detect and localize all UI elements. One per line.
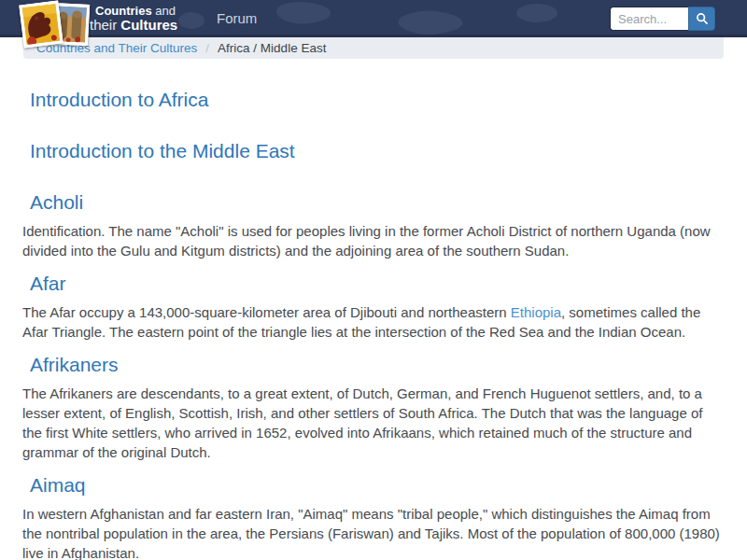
section-summary: The Afrikaners are descendants, to a gre… (22, 384, 725, 462)
section-heading: Aimaq (22, 475, 725, 496)
section-link-introduction-africa[interactable]: Introduction to Africa (30, 89, 208, 110)
brand-title[interactable]: Countries and their Cultures (90, 5, 176, 34)
section-introduction-middle-east: Introduction to the Middle East (22, 141, 725, 161)
section-afar: Afar The Afar occupy a 143,000-square-ki… (22, 273, 725, 342)
section-summary: The Afar occupy a 143,000-square-kilomet… (22, 302, 725, 342)
article-list: Introduction to Africa Introduction to t… (22, 90, 725, 560)
section-afrikaners: Afrikaners The Afrikaners are descendant… (22, 355, 725, 462)
section-heading: Acholi (22, 192, 725, 213)
top-navbar: Countries and their Cultures Forum (0, 0, 747, 37)
breadcrumb: Countries and Their Cultures / Africa / … (23, 37, 724, 59)
ethiopia-link[interactable]: Ethiopia (511, 304, 561, 320)
brand-line2: their Cultures (90, 18, 176, 34)
breadcrumb-separator: / (205, 41, 209, 55)
brand-line1: Countries and (90, 5, 176, 18)
section-link-acholi[interactable]: Acholi (30, 191, 83, 213)
section-link-afar[interactable]: Afar (30, 273, 66, 294)
search-group (610, 7, 715, 31)
breadcrumb-current: Africa / Middle East (218, 41, 326, 55)
section-summary: Identification. The name "Acholi" is use… (22, 221, 725, 260)
section-acholi: Acholi Identification. The name "Acholi"… (22, 192, 725, 260)
section-heading: Afrikaners (22, 355, 725, 375)
search-button[interactable] (688, 7, 715, 31)
nav-forum-link[interactable]: Forum (217, 10, 257, 26)
section-heading: Afar (22, 273, 725, 294)
section-heading: Introduction to the Middle East (22, 141, 725, 161)
summary-text: The Afar occupy a 143,000-square-kilomet… (22, 304, 511, 320)
section-aimaq: Aimaq In western Afghanistan and far eas… (22, 475, 725, 560)
section-link-afrikaners[interactable]: Afrikaners (30, 354, 119, 375)
magnifier-icon (696, 12, 709, 25)
section-link-introduction-middle-east[interactable]: Introduction to the Middle East (30, 140, 295, 161)
search-input[interactable] (610, 7, 688, 31)
section-link-aimaq[interactable]: Aimaq (30, 474, 86, 496)
section-introduction-africa: Introduction to Africa (22, 90, 725, 110)
section-heading: Introduction to Africa (22, 90, 725, 110)
section-summary: In western Afghanistan and far eastern I… (22, 504, 725, 560)
logo-photo-artifact (19, 1, 63, 49)
site-logo[interactable] (21, 1, 93, 46)
